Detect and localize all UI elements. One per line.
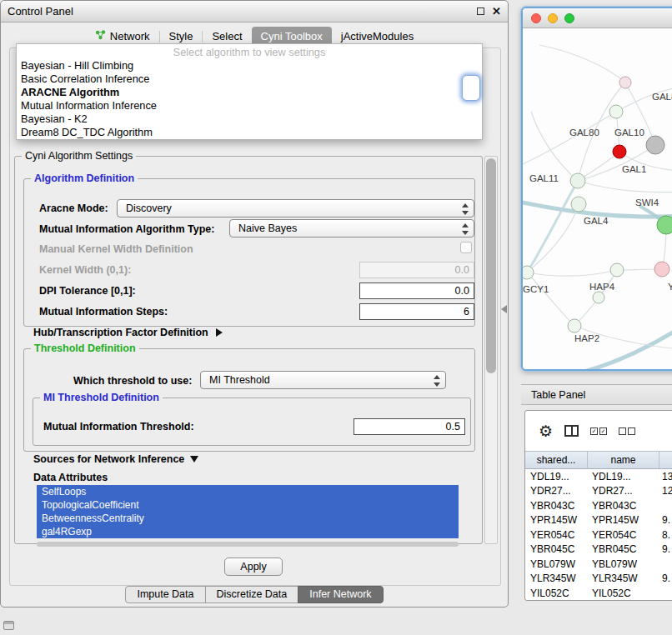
hub-definition-toggle[interactable]: Hub/Transcription Factor Definition xyxy=(33,327,223,338)
table-cell[interactable]: YLR345W xyxy=(588,572,659,584)
control-panel-titlebar[interactable]: Control Panel ✕ xyxy=(1,1,508,22)
network-canvas[interactable]: GAL8GAL80GAL10GAL1GAL11SWI4GAL4GCY1HAP4Y… xyxy=(523,28,672,369)
network-node[interactable] xyxy=(571,197,586,212)
table-cell[interactable]: YLR345W xyxy=(525,572,588,584)
popup-item-basic-correlation[interactable]: Basic Correlation Inference xyxy=(17,72,482,86)
network-node[interactable] xyxy=(610,263,624,277)
tab-discretize-data[interactable]: Discretize Data xyxy=(205,586,299,603)
manual-kernel-checkbox[interactable] xyxy=(460,242,472,253)
mi-type-select[interactable]: Naive Bayes xyxy=(229,219,474,238)
attribute-item[interactable]: BetweennessCentrality xyxy=(37,512,459,525)
table-cell[interactable]: 9. xyxy=(659,543,672,555)
table-cell[interactable]: 12 xyxy=(659,485,672,497)
network-node[interactable] xyxy=(657,216,672,234)
table-row[interactable]: YER054CYER054C8. xyxy=(525,528,672,542)
table-cell[interactable]: YER054C xyxy=(588,529,659,541)
network-edge[interactable] xyxy=(527,272,574,326)
table-cell[interactable]: YBR043C xyxy=(588,500,659,512)
popup-item-bayesian-hill-climbing[interactable]: Bayesian - Hill Climbing xyxy=(17,59,482,72)
network-edge[interactable] xyxy=(523,112,616,166)
settings-scrollbar-thumb[interactable] xyxy=(486,158,496,373)
network-node[interactable] xyxy=(568,319,581,332)
column-header-shared-name[interactable]: shared... xyxy=(525,452,588,468)
dpi-tolerance-input[interactable] xyxy=(359,282,474,299)
table-row[interactable]: YDR27...YDR27...12 xyxy=(525,484,672,499)
panel-splitter-arrow[interactable] xyxy=(501,305,507,313)
table-row[interactable]: YBR045CYBR045C9. xyxy=(525,542,672,558)
settings-scrollbar[interactable] xyxy=(484,156,498,544)
horizontal-scrollbar-thumb[interactable] xyxy=(37,542,459,547)
network-edge[interactable] xyxy=(539,45,625,82)
which-threshold-select[interactable]: MI Threshold xyxy=(200,371,446,389)
attribute-item[interactable]: TopologicalCoefficient xyxy=(37,498,459,512)
network-node[interactable] xyxy=(523,266,534,279)
network-edge[interactable] xyxy=(527,270,617,276)
table-cell[interactable]: YBL079W xyxy=(588,558,659,570)
network-edge[interactable] xyxy=(531,112,578,181)
popup-item-mutual-information[interactable]: Mutual Information Inference xyxy=(17,99,482,112)
table-cell[interactable]: YER054C xyxy=(525,529,588,541)
table-cell[interactable]: 8. xyxy=(659,529,672,541)
table-cell[interactable]: YBL079W xyxy=(525,558,588,570)
table-cell[interactable]: YBR045C xyxy=(588,543,659,555)
tab-infer-network[interactable]: Infer Network xyxy=(298,586,383,603)
kernel-width-input[interactable] xyxy=(359,262,474,278)
network-node[interactable] xyxy=(609,105,623,118)
table-row[interactable]: YDL19...YDL19...13 xyxy=(525,469,672,484)
column-header-name[interactable]: name xyxy=(588,452,659,468)
table-cell[interactable]: YBR043C xyxy=(525,500,588,512)
table-row[interactable]: YIL052CYIL052C xyxy=(525,586,672,600)
close-traffic-light-icon[interactable] xyxy=(531,13,541,23)
network-node[interactable] xyxy=(654,262,669,277)
table-cell[interactable]: 9. xyxy=(659,514,672,526)
minimized-panel-icon[interactable] xyxy=(3,621,14,630)
columns-icon[interactable] xyxy=(564,425,579,437)
focused-combo-button[interactable] xyxy=(462,75,480,101)
network-edge[interactable] xyxy=(527,204,579,272)
node-label: GAL1 xyxy=(622,164,646,174)
table-row[interactable]: YPR145WYPR145W9. xyxy=(525,513,672,528)
network-node[interactable] xyxy=(619,77,631,88)
column-header-extra[interactable] xyxy=(659,452,672,468)
popup-item-dream8[interactable]: Dream8 DC_TDC Algorithm xyxy=(17,126,482,139)
close-icon[interactable]: ✕ xyxy=(492,6,501,17)
sources-toggle[interactable]: Sources for Network Inference xyxy=(33,453,198,465)
table-cell[interactable]: YDL19... xyxy=(588,471,659,482)
mi-threshold-input[interactable] xyxy=(354,418,465,435)
mi-threshold-group-title: MI Threshold Definition xyxy=(40,392,163,403)
network-edge[interactable] xyxy=(527,181,578,272)
table-cell[interactable]: YPR145W xyxy=(588,514,659,526)
float-window-icon[interactable] xyxy=(477,8,484,15)
popup-item-bayesian-k2[interactable]: Bayesian - K2 xyxy=(17,112,482,126)
table-cell[interactable]: YDR27... xyxy=(525,485,588,497)
popup-item-aracne[interactable]: ARACNE Algorithm xyxy=(17,86,482,99)
hide-columns-icon[interactable] xyxy=(619,428,635,435)
table-cell[interactable]: YIL052C xyxy=(525,588,588,599)
table-row[interactable]: YLR345WYLR345W9. xyxy=(525,572,672,587)
apply-button[interactable]: Apply xyxy=(224,558,283,576)
table-row[interactable]: YBL079WYBL079W xyxy=(525,557,672,572)
table-cell[interactable]: YBR045C xyxy=(525,543,588,555)
network-node[interactable] xyxy=(570,173,585,188)
aracne-mode-select[interactable]: Discovery xyxy=(117,199,474,218)
network-window-titlebar[interactable] xyxy=(523,8,672,28)
table-cell[interactable]: YDR27... xyxy=(588,485,659,497)
attribute-item[interactable]: gal4RGexp xyxy=(37,525,459,538)
network-edge[interactable] xyxy=(578,181,672,192)
table-cell[interactable]: YPR145W xyxy=(525,514,588,526)
attribute-item[interactable]: SelfLoops xyxy=(37,485,459,498)
zoom-traffic-light-icon[interactable] xyxy=(564,13,574,23)
table-cell[interactable]: YIL052C xyxy=(588,588,659,599)
network-node[interactable] xyxy=(593,292,604,303)
table-cell[interactable]: 13 xyxy=(659,471,672,482)
table-row[interactable]: YBR043CYBR043C xyxy=(525,498,672,513)
tab-impute-data[interactable]: Impute Data xyxy=(125,586,205,603)
network-node[interactable] xyxy=(613,145,626,158)
network-node[interactable] xyxy=(646,136,664,154)
table-cell[interactable]: 9. xyxy=(659,572,672,584)
mi-steps-input[interactable] xyxy=(359,303,474,320)
table-cell[interactable]: YDL19... xyxy=(525,471,588,482)
minimize-traffic-light-icon[interactable] xyxy=(548,13,558,23)
gear-icon[interactable]: ⚙ xyxy=(539,423,553,439)
show-checked-columns-icon[interactable]: ✓✓ xyxy=(590,428,607,435)
